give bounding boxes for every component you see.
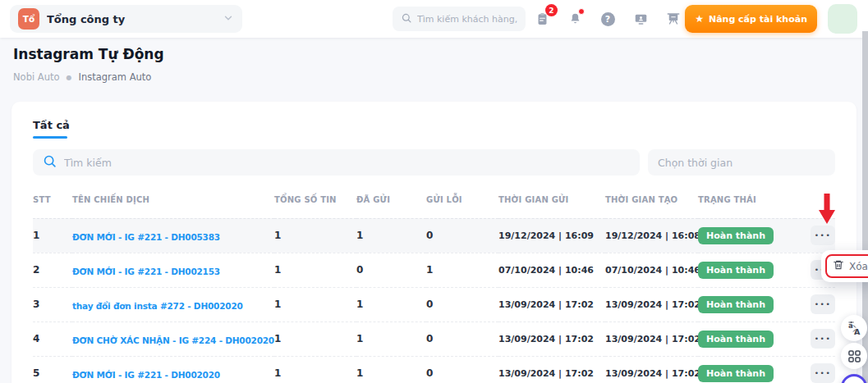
table-row[interactable]: 2 ĐƠN MỚI - IG #221 - DH002153 1 0 1 07/…	[33, 253, 835, 287]
send-time-cell: 13/09/2024 | 17:02	[498, 321, 605, 356]
grid-icon	[848, 350, 861, 362]
tab-active-underline	[33, 136, 67, 139]
delete-menu-item[interactable]: Xóa	[825, 254, 868, 278]
breadcrumb-separator: ●	[67, 74, 72, 81]
help-icon[interactable]: ?	[599, 11, 616, 27]
row-index: 4	[33, 321, 72, 356]
company-switcher[interactable]: Tổ Tổng công ty	[10, 5, 242, 33]
campaign-name-cell: ĐƠN MỚI - IG #221 - DH002153	[72, 253, 274, 287]
campaign-link[interactable]: thay đổi đơn insta #272 - DH002020	[72, 301, 243, 311]
table-header-row: STT TÊN CHIẾN DỊCH TỔNG SỐ TIN ĐÃ GỬI GỬ…	[33, 182, 835, 218]
trash-icon	[833, 258, 844, 274]
total-messages-cell: 1	[274, 356, 356, 383]
row-index: 3	[33, 287, 72, 321]
column-header-status: TRẠNG THÁI	[698, 182, 795, 218]
sent-count-cell: 0	[356, 253, 426, 287]
row-actions-button[interactable]: •••	[811, 329, 835, 349]
created-time-cell: 19/12/2024 | 16:08	[605, 218, 698, 253]
status-badge: Hoàn thành	[698, 365, 774, 382]
notification-dot	[578, 8, 585, 15]
row-index: 1	[33, 218, 72, 253]
user-avatar[interactable]	[828, 4, 857, 34]
created-time-cell: 13/09/2024 | 17:02	[605, 287, 698, 321]
status-badge: Hoàn thành	[698, 262, 774, 279]
error-count-cell: 0	[426, 321, 498, 356]
send-time-cell: 07/10/2024 | 10:46	[498, 253, 605, 287]
tab-all-label: Tất cả	[33, 119, 70, 131]
tasks-clipboard-icon[interactable]: 2	[534, 11, 550, 27]
column-header-errors: GỬI LỖI	[426, 182, 498, 218]
campaign-link[interactable]: ĐƠN MỚI - IG #221 - DH002020	[72, 370, 220, 380]
campaigns-card: Tất cả STT TÊN CHIẾN DỊCH	[11, 102, 857, 383]
campaign-name-cell: ĐƠN MỚI - IG #221 - DH002020	[72, 356, 274, 383]
star-icon: ★	[695, 13, 704, 25]
search-icon	[401, 11, 412, 27]
campaign-name-cell: ĐƠN MỚI - IG #221 - DH005383	[72, 218, 274, 253]
breadcrumb: Nobi Auto ● Instagram Auto	[13, 71, 151, 83]
campaign-link[interactable]: ĐƠN CHỜ XÁC NHẬN - IG #224 - DH002020	[72, 335, 274, 345]
date-range-picker	[648, 149, 835, 176]
table-row[interactable]: 1 ĐƠN MỚI - IG #221 - DH005383 1 1 0 19/…	[33, 218, 835, 253]
status-badge: Hoàn thành	[698, 296, 774, 313]
send-time-cell: 13/09/2024 | 17:02	[498, 287, 605, 321]
sent-count-cell: 1	[356, 321, 426, 356]
date-range-input[interactable]	[658, 157, 825, 169]
total-messages-cell: 1	[274, 218, 356, 253]
company-logo: Tổ	[18, 8, 39, 30]
column-header-stt: STT	[33, 182, 72, 218]
tab-all[interactable]: Tất cả	[33, 119, 70, 139]
created-time-cell: 13/09/2024 | 17:02	[605, 356, 698, 383]
error-count-cell: 0	[426, 218, 498, 253]
svg-text:A: A	[854, 327, 861, 335]
screen-share-icon[interactable]	[632, 11, 649, 27]
status-cell: Hoàn thành	[698, 253, 795, 287]
column-header-actions	[795, 182, 835, 218]
column-header-sent: ĐÃ GỬI	[356, 182, 426, 218]
breadcrumb-item-nobi-auto[interactable]: Nobi Auto	[13, 71, 60, 83]
column-header-total-messages: TỔNG SỐ TIN	[274, 182, 356, 218]
campaigns-table: STT TÊN CHIẾN DỊCH TỔNG SỐ TIN ĐÃ GỬI GỬ…	[33, 182, 835, 383]
status-badge: Hoàn thành	[698, 331, 774, 348]
notification-badge: 2	[545, 4, 558, 16]
table-row[interactable]: 3 thay đổi đơn insta #272 - DH002020 1 1…	[33, 287, 835, 321]
row-actions-button[interactable]: •••	[811, 294, 835, 314]
row-actions-button[interactable]: •••	[811, 363, 835, 383]
breadcrumb-item-instagram-auto: Instagram Auto	[78, 71, 151, 83]
sent-count-cell: 1	[356, 356, 426, 383]
upgrade-account-button[interactable]: ★ Nâng cấp tài khoản	[685, 5, 817, 33]
column-header-campaign-name: TÊN CHIẾN DỊCH	[72, 182, 274, 218]
top-header: Tổ Tổng công ty 2 ?	[0, 0, 868, 38]
search-icon	[43, 154, 57, 171]
global-search-input[interactable]	[417, 14, 517, 25]
send-time-cell: 19/12/2024 | 16:09	[498, 218, 605, 253]
campaign-link[interactable]: ĐƠN MỚI - IG #221 - DH005383	[72, 232, 220, 242]
app-screen: Tổ Tổng công ty 2 ?	[0, 0, 868, 383]
campaign-search-input[interactable]	[64, 157, 630, 169]
actions-cell: •••	[795, 356, 835, 383]
campaign-name-cell: thay đổi đơn insta #272 - DH002020	[72, 287, 274, 321]
translate-button[interactable]: a A	[841, 315, 867, 341]
company-name: Tổng công ty	[47, 13, 215, 25]
total-messages-cell: 1	[274, 287, 356, 321]
global-search	[393, 7, 526, 31]
table-row[interactable]: 5 ĐƠN MỚI - IG #221 - DH002020 1 1 0 13/…	[33, 356, 835, 383]
upgrade-label: Nâng cấp tài khoản	[709, 14, 807, 25]
created-time-cell: 13/09/2024 | 17:02	[605, 321, 698, 356]
campaign-link[interactable]: ĐƠN MỚI - IG #221 - DH002153	[72, 267, 220, 276]
campaign-search	[33, 149, 640, 176]
row-actions-button[interactable]: •••	[811, 226, 835, 245]
actions-cell: •••	[795, 218, 835, 253]
translate-icon: a A	[847, 321, 861, 335]
table-row[interactable]: 4 ĐƠN CHỜ XÁC NHẬN - IG #224 - DH002020 …	[33, 321, 835, 356]
presentation-board-icon[interactable]	[665, 11, 682, 27]
status-badge: Hoàn thành	[698, 227, 774, 244]
delete-label: Xóa	[849, 261, 868, 272]
qr-grid-button[interactable]	[841, 343, 867, 369]
column-header-created-time: THỜI GIAN TẠO	[605, 182, 698, 218]
bell-icon[interactable]	[567, 11, 583, 27]
error-count-cell: 1	[426, 253, 498, 287]
created-time-cell: 07/10/2024 | 10:46	[605, 253, 698, 287]
column-header-send-time: THỜI GIAN GỬI	[498, 182, 605, 218]
actions-cell: •••	[795, 321, 835, 356]
total-messages-cell: 1	[274, 253, 356, 287]
